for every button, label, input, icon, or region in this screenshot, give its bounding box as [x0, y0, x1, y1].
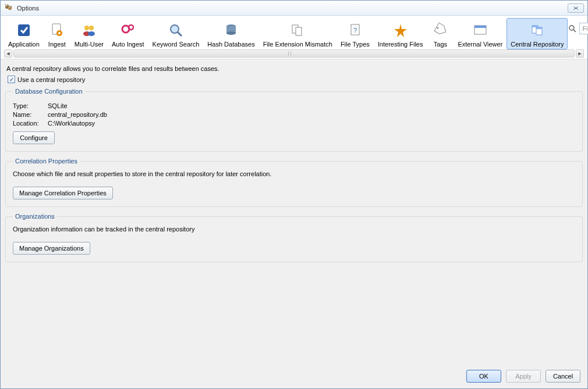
ok-button[interactable]: OK — [466, 370, 501, 383]
intro-text: A central repository allows you to corre… — [6, 65, 583, 72]
toolbar-item-label: Application — [8, 41, 40, 48]
db-type-value: SQLite — [48, 102, 68, 109]
manage-correlation-properties-button[interactable]: Manage Correlation Properties — [13, 187, 113, 199]
svg-rect-4 — [18, 24, 30, 36]
toolbar-item-label: Ingest — [48, 41, 66, 48]
svg-point-9 — [89, 26, 94, 30]
toolbar-item-keyword-search[interactable]: Keyword Search — [148, 18, 204, 49]
svg-point-8 — [84, 26, 89, 30]
star-icon — [391, 21, 410, 40]
window-icon — [471, 21, 490, 40]
svg-line-31 — [573, 30, 576, 32]
close-button[interactable] — [568, 3, 584, 13]
organizations-group: Organizations Organization information c… — [5, 213, 583, 262]
file-question-icon: ? — [346, 21, 364, 40]
svg-rect-28 — [532, 26, 538, 27]
organizations-legend: Organizations — [13, 213, 57, 220]
filter-input[interactable] — [579, 23, 588, 34]
toolbar-item-label: Tags — [434, 41, 447, 48]
scroll-track[interactable] — [13, 49, 575, 58]
svg-point-23 — [437, 27, 439, 29]
users-icon — [80, 21, 98, 40]
page-gear-icon — [48, 21, 66, 40]
correlation-properties-desc: Choose which file and result properties … — [13, 170, 575, 177]
toolbar-item-interesting-files[interactable]: Interesting Files — [374, 18, 427, 49]
toolbar-item-label: External Viewer — [458, 41, 502, 48]
database-configuration-legend: Database Configuration — [13, 88, 85, 95]
svg-point-2 — [6, 6, 7, 7]
scroll-left-icon[interactable]: ◄ — [4, 49, 12, 58]
svg-point-13 — [129, 25, 133, 30]
db-location-label: Location: — [13, 120, 48, 127]
svg-rect-25 — [474, 26, 486, 28]
toolbar-item-ingest[interactable]: Ingest — [44, 18, 70, 49]
search-icon — [568, 24, 577, 33]
toolbar-item-label: Multi-User — [75, 41, 104, 48]
toolbar-item-label: Interesting Files — [378, 41, 423, 48]
configure-button[interactable]: Configure — [13, 131, 55, 144]
app-icon — [4, 3, 13, 13]
db-type-label: Type: — [13, 102, 48, 109]
toolbar-item-application[interactable]: Application — [4, 18, 44, 49]
svg-line-15 — [178, 32, 182, 36]
svg-rect-29 — [536, 27, 542, 29]
scroll-right-icon[interactable]: ► — [576, 49, 584, 58]
titlebar: Options — [1, 1, 587, 16]
db-name-label: Name: — [13, 111, 48, 118]
tag-icon — [431, 21, 449, 40]
toolbar-item-label: Hash Databases — [207, 41, 254, 48]
manage-organizations-button[interactable]: Manage Organizations — [13, 242, 90, 255]
svg-point-7 — [58, 32, 61, 34]
cancel-button[interactable]: Cancel — [546, 370, 580, 383]
dialog-footer: OK Apply Cancel — [1, 367, 587, 388]
svg-rect-20 — [296, 27, 302, 35]
toolbar-item-label: File Types — [341, 41, 370, 48]
correlation-properties-group: Correlation Properties Choose which file… — [5, 158, 583, 207]
correlation-properties-legend: Correlation Properties — [13, 158, 80, 165]
toolbar-item-multi-user[interactable]: Multi-User — [70, 18, 108, 49]
svg-point-18 — [226, 31, 236, 35]
toolbar-item-auto-ingest[interactable]: Auto Ingest — [108, 18, 148, 49]
toolbar: ApplicationIngestMulti-UserAuto IngestKe… — [1, 16, 587, 49]
use-central-repo-label: Use a central repository — [17, 76, 85, 83]
window-title: Options — [17, 5, 568, 12]
gears-icon — [119, 21, 137, 40]
use-central-repo-checkbox[interactable]: ✓ — [8, 76, 15, 83]
toolbar-item-file-extension-mismatch[interactable]: File Extension Mismatch — [259, 18, 336, 49]
svg-point-14 — [171, 25, 179, 33]
database-configuration-group: Database Configuration Type: SQLite Name… — [5, 88, 583, 152]
toolbar-item-label: Central Repository — [511, 41, 564, 48]
toolbar-item-label: Auto Ingest — [112, 41, 144, 48]
toolbar-item-file-types[interactable]: ?File Types — [336, 18, 374, 49]
database-icon — [222, 21, 240, 40]
checkmark-square-icon — [15, 21, 33, 40]
toolbar-item-central-repository[interactable]: Central Repository — [506, 18, 568, 49]
svg-text:?: ? — [353, 27, 357, 34]
toolbar-item-label: Keyword Search — [153, 41, 200, 48]
content-area: A central repository allows you to corre… — [1, 59, 587, 367]
toolbar-item-tags[interactable]: Tags — [427, 18, 454, 49]
apply-button[interactable]: Apply — [506, 370, 541, 383]
db-location-value: C:\Work\autopsy — [48, 120, 95, 127]
magnifier-icon — [167, 21, 185, 40]
toolbar-scrollbar[interactable]: ◄ ► — [1, 49, 587, 59]
toolbar-item-external-viewer[interactable]: External Viewer — [454, 18, 506, 49]
organizations-desc: Organization information can be tracked … — [13, 226, 575, 233]
db-name-value: central_repository.db — [48, 111, 107, 118]
files-icon — [288, 21, 307, 40]
svg-point-11 — [88, 31, 95, 36]
svg-point-3 — [9, 7, 10, 8]
toolbar-item-hash-databases[interactable]: Hash Databases — [203, 18, 258, 49]
options-window: Options ApplicationIngestMulti-UserAuto … — [0, 0, 588, 389]
toolbar-item-label: File Extension Mismatch — [263, 41, 332, 48]
files-stack-icon — [528, 21, 547, 40]
svg-point-30 — [569, 26, 574, 30]
